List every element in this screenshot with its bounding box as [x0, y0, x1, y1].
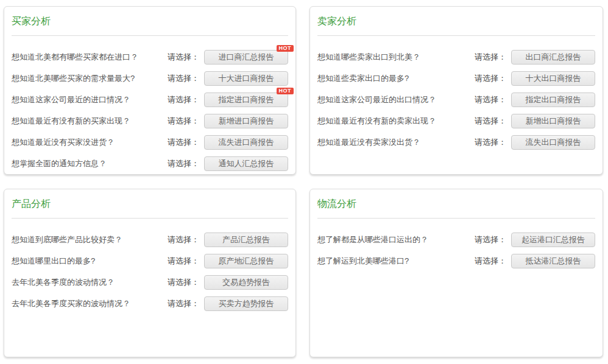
panel-seller-analysis: 卖家分析 想知道哪些卖家出口到北美？ 请选择： 出口商汇总报告 想知道些卖家出口…	[309, 6, 603, 175]
panel-title: 买家分析	[12, 16, 288, 26]
question-text: 想知道最近有没有新的买家出现？	[12, 116, 168, 127]
select-label: 请选择：	[168, 73, 199, 84]
report-button-label: 进口商汇总报告	[219, 52, 274, 63]
question-text: 想知道哪些卖家出口到北美？	[317, 52, 475, 63]
question-text: 想知道最近有没有新的卖家出现？	[317, 116, 475, 127]
question-text: 想知道到底哪些产品比较好卖？	[12, 234, 168, 245]
analysis-dashboard: 买家分析 想知道北美都有哪些买家都在进口？ 请选择： 进口商汇总报告 HOT 想…	[0, 0, 608, 364]
select-label: 请选择：	[475, 94, 506, 105]
select-label: 请选择：	[475, 137, 506, 148]
report-row: 去年北美各季度的波动情况？ 请选择： 交易趋势报告	[12, 271, 288, 293]
report-button[interactable]: 买卖方趋势报告	[204, 296, 288, 311]
select-label: 请选择：	[168, 234, 199, 245]
report-button[interactable]: 指定出口商报告	[511, 93, 595, 107]
report-button-label: 交易趋势报告	[222, 277, 270, 288]
report-button-label: 流失进口商报告	[219, 137, 274, 148]
report-button-label: 新增进口商报告	[219, 116, 274, 127]
report-button-label: 产品汇总报告	[222, 234, 270, 245]
question-text: 去年北美各季度的波动情况？	[12, 277, 168, 288]
question-text: 想了解运到北美哪些港口?	[317, 256, 475, 267]
report-row: 想知道这家公司最近的出口情况？ 请选择： 指定出口商报告	[317, 89, 595, 110]
select-label: 请选择：	[168, 298, 199, 309]
question-text: 去年北美各季度买家的波动情况？	[12, 298, 168, 309]
select-label: 请选择：	[168, 116, 199, 127]
report-button[interactable]: 新增出口商报告	[511, 114, 595, 128]
divider	[317, 35, 595, 36]
select-label: 请选择：	[475, 73, 506, 84]
report-button[interactable]: 新增进口商报告	[204, 114, 288, 128]
report-button[interactable]: 起运港口汇总报告	[511, 233, 595, 247]
report-row: 想知道北美都有哪些买家都在进口？ 请选择： 进口商汇总报告 HOT	[12, 46, 288, 68]
report-button[interactable]: 交易趋势报告	[204, 275, 288, 290]
panel-logistics-analysis: 物流分析 想了解都是从哪些港口运出的？ 请选择： 起运港口汇总报告 想了解运到北…	[309, 189, 603, 357]
hot-badge: HOT	[277, 45, 294, 52]
report-rows: 想了解都是从哪些港口运出的？ 请选择： 起运港口汇总报告 想了解运到北美哪些港口…	[317, 229, 595, 271]
report-button[interactable]: 原产地汇总报告	[204, 254, 288, 268]
divider	[317, 218, 595, 219]
select-label: 请选择：	[475, 116, 506, 127]
select-label: 请选择：	[168, 277, 199, 288]
report-button-label: 出口商汇总报告	[526, 52, 581, 63]
report-button[interactable]: 流失出口商报告	[511, 135, 595, 150]
question-text: 想知道哪里出口的最多?	[12, 256, 168, 267]
question-text: 想了解都是从哪些港口运出的？	[317, 234, 475, 245]
report-button[interactable]: 产品汇总报告	[204, 233, 288, 247]
report-row: 想知道这家公司最近的进口情况？ 请选择： 指定进口商报告 HOT	[12, 89, 288, 110]
panel-title: 卖家分析	[317, 16, 595, 26]
report-row: 想知道最近有没有新的买家出现？ 请选择： 新增进口商报告	[12, 110, 288, 131]
report-row: 想知道北美哪些买家的需求量最大? 请选择： 十大进口商报告	[12, 68, 288, 89]
report-rows: 想知道哪些卖家出口到北美？ 请选择： 出口商汇总报告 想知道些卖家出口的最多? …	[317, 46, 595, 153]
select-label: 请选择：	[168, 94, 199, 105]
report-button[interactable]: 出口商汇总报告	[511, 50, 595, 65]
report-button-label: 通知人汇总报告	[219, 158, 274, 169]
hot-badge: HOT	[277, 88, 294, 94]
report-row: 想了解运到北美哪些港口? 请选择： 抵达港汇总报告	[317, 250, 595, 271]
report-button-label: 买卖方趋势报告	[219, 298, 274, 309]
question-text: 想知道这家公司最近的出口情况？	[317, 94, 475, 105]
select-label: 请选择：	[168, 52, 199, 63]
question-text: 想知道这家公司最近的进口情况？	[12, 94, 168, 105]
select-label: 请选择：	[475, 234, 506, 245]
report-row: 想知道最近没有卖家没出货？ 请选择： 流失出口商报告	[317, 131, 595, 153]
report-button-label: 指定进口商报告	[219, 94, 274, 105]
report-button-label: 新增出口商报告	[526, 116, 581, 127]
panel-title: 物流分析	[317, 198, 595, 209]
question-text: 想知道最近没有买家没进货？	[12, 137, 168, 148]
report-button-label: 原产地汇总报告	[219, 256, 274, 267]
report-button-label: 起运港口汇总报告	[521, 234, 585, 245]
question-text: 想掌握全面的通知方信息？	[12, 158, 168, 169]
question-text: 想知道最近没有卖家没出货？	[317, 137, 475, 148]
select-label: 请选择：	[168, 256, 199, 267]
report-button[interactable]: 抵达港汇总报告	[511, 254, 595, 268]
report-row: 想知道到底哪些产品比较好卖？ 请选择： 产品汇总报告	[12, 229, 288, 250]
report-row: 想知道哪些卖家出口到北美？ 请选择： 出口商汇总报告	[317, 46, 595, 68]
report-row: 想知道些卖家出口的最多? 请选择： 十大出口商报告	[317, 68, 595, 89]
report-rows: 想知道到底哪些产品比较好卖？ 请选择： 产品汇总报告 想知道哪里出口的最多? 请…	[12, 229, 288, 314]
panel-title: 产品分析	[12, 198, 288, 209]
report-button[interactable]: 指定进口商报告 HOT	[204, 93, 288, 107]
report-row: 想知道最近有没有新的卖家出现？ 请选择： 新增出口商报告	[317, 110, 595, 131]
report-row: 想了解都是从哪些港口运出的？ 请选择： 起运港口汇总报告	[317, 229, 595, 250]
report-row: 去年北美各季度买家的波动情况？ 请选择： 买卖方趋势报告	[12, 293, 288, 314]
report-button-label: 指定出口商报告	[526, 94, 581, 105]
report-button-label: 十大进口商报告	[219, 73, 274, 84]
report-button[interactable]: 十大进口商报告	[204, 71, 288, 86]
report-row: 想掌握全面的通知方信息？ 请选择： 通知人汇总报告	[12, 153, 288, 174]
select-label: 请选择：	[475, 256, 506, 267]
report-row: 想知道最近没有买家没进货？ 请选择： 流失进口商报告	[12, 131, 288, 153]
report-button[interactable]: 通知人汇总报告	[204, 156, 288, 171]
report-rows: 想知道北美都有哪些买家都在进口？ 请选择： 进口商汇总报告 HOT 想知道北美哪…	[12, 46, 288, 174]
panel-product-analysis: 产品分析 想知道到底哪些产品比较好卖？ 请选择： 产品汇总报告 想知道哪里出口的…	[4, 189, 296, 357]
divider	[12, 35, 288, 36]
question-text: 想知道北美哪些买家的需求量最大?	[12, 73, 168, 84]
panel-buyer-analysis: 买家分析 想知道北美都有哪些买家都在进口？ 请选择： 进口商汇总报告 HOT 想…	[4, 6, 296, 175]
report-button[interactable]: 进口商汇总报告 HOT	[204, 50, 288, 65]
report-button-label: 十大出口商报告	[526, 73, 581, 84]
select-label: 请选择：	[168, 137, 199, 148]
report-row: 想知道哪里出口的最多? 请选择： 原产地汇总报告	[12, 250, 288, 271]
question-text: 想知道些卖家出口的最多?	[317, 73, 475, 84]
report-button-label: 抵达港汇总报告	[526, 256, 581, 267]
report-button[interactable]: 流失进口商报告	[204, 135, 288, 150]
report-button[interactable]: 十大出口商报告	[511, 71, 595, 86]
report-button-label: 流失出口商报告	[526, 137, 581, 148]
